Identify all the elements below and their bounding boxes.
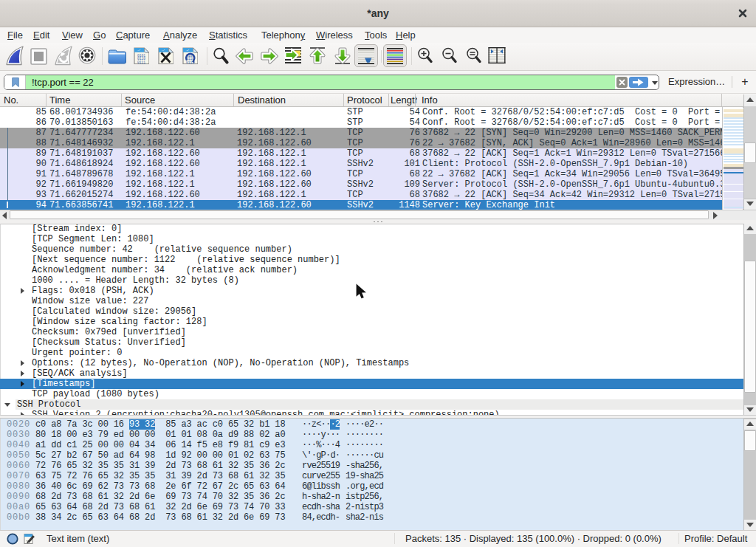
svg-text:0111: 0111	[137, 61, 145, 64]
